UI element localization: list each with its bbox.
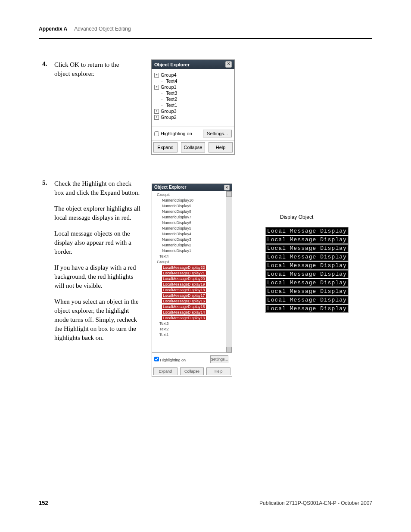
tree-item-text3[interactable]: ··Text3 <box>154 90 232 96</box>
tree-item-highlighted[interactable]: LocalMessageDisplay17 <box>153 293 230 299</box>
object-tree: +Group4 ··Text4 +Group1 ··Text3 ··Text2 … <box>152 69 234 127</box>
local-message-display-cell: Local Message Display <box>265 296 349 304</box>
local-message-display-cell: Local Message Display <box>265 253 349 261</box>
expand-button[interactable]: Expand <box>153 142 177 152</box>
help-button[interactable]: Help <box>209 142 233 152</box>
tree-item-highlighted[interactable]: LocalMessageDisplay16 <box>153 299 230 304</box>
tree-item-group2[interactable]: +Group2 <box>154 115 232 120</box>
local-message-display-cell: Local Message Display <box>265 261 349 270</box>
local-message-display-cell: Local Message Display <box>265 270 349 278</box>
help-button-2[interactable]: Help <box>206 367 230 375</box>
settings-button-2[interactable]: Settings... <box>210 355 228 363</box>
tree-item[interactable]: NumericDisplay10 <box>153 198 230 203</box>
object-tree-expanded: Group4 NumericDisplay10NumericDisplay9Nu… <box>152 191 232 352</box>
local-message-display-cell: Local Message Display <box>265 236 349 244</box>
tree-item[interactable]: NumericDisplay1 <box>153 248 230 254</box>
object-explorer-title: Object Explorer <box>154 62 190 67</box>
collapse-button-2[interactable]: Collapse <box>180 367 204 375</box>
section-title: Advanced Object Editing <box>74 26 131 32</box>
publication: Publication 2711P-QS001A-EN-P - October … <box>259 500 372 506</box>
tree-item-highlighted[interactable]: LocalMessageDisplay14 <box>153 310 230 315</box>
scrollbar[interactable] <box>226 191 232 352</box>
object-explorer-titlebar: Object Explorer ✕ <box>152 60 234 69</box>
page: Appendix A Advanced Object Editing 4. Cl… <box>0 0 411 532</box>
tree-item[interactable]: NumericDisplay3 <box>153 237 230 243</box>
tree-item-text1[interactable]: Text1 <box>153 332 230 338</box>
page-number: 152 <box>39 500 48 506</box>
local-message-display-cell: Local Message Display <box>265 244 349 252</box>
display-object-stack: Local Message DisplayLocal Message Displ… <box>265 227 349 313</box>
settings-button[interactable]: Settings... <box>203 130 232 137</box>
tree-item-highlighted[interactable]: LocalMessageDisplay15 <box>153 304 230 310</box>
step-4-number: 4. <box>42 60 47 68</box>
local-message-display-cell: Local Message Display <box>265 287 349 296</box>
tree-item[interactable]: NumericDisplay5 <box>153 226 230 231</box>
tree-item-text2[interactable]: ··Text2 <box>154 96 232 102</box>
step-5-number: 5. <box>42 179 47 187</box>
close-icon[interactable]: ✕ <box>224 185 230 190</box>
tree-item-text3[interactable]: Text3 <box>153 321 230 327</box>
tree-item-highlighted[interactable]: LocalMessageDisplay20 <box>153 276 230 282</box>
step-4-text: Click OK to return to the object explore… <box>54 60 136 78</box>
object-explorer-expanded: Object Explorer ✕ Group4 NumericDisplay1… <box>152 184 232 377</box>
tree-item[interactable]: NumericDisplay6 <box>153 220 230 226</box>
tree-item-text4[interactable]: Text4 <box>153 254 230 259</box>
highlighting-checkbox-2[interactable]: Highlighting on <box>154 357 186 362</box>
tree-item-text4[interactable]: ··Text4 <box>154 78 232 84</box>
tree-item[interactable]: NumericDisplay2 <box>153 243 230 248</box>
tree-item-group3[interactable]: +Group3 <box>154 109 232 114</box>
collapse-button[interactable]: Collapse <box>181 142 205 152</box>
tree-item[interactable]: NumericDisplay7 <box>153 215 230 220</box>
local-message-display-cell: Local Message Display <box>265 305 349 313</box>
tree-item-highlighted[interactable]: LocalMessageDisplay21 <box>153 271 230 276</box>
tree-item-group1[interactable]: Group1 <box>153 259 230 265</box>
tree-item-group1[interactable]: +Group1 <box>154 84 232 90</box>
close-icon[interactable]: ✕ <box>225 61 232 68</box>
appendix-label: Appendix A <box>39 26 67 32</box>
tree-item-text2[interactable]: Text2 <box>153 327 230 332</box>
tree-item[interactable]: NumericDisplay9 <box>153 203 230 209</box>
tree-item-highlighted[interactable]: LocalMessageDisplay13 <box>153 315 230 321</box>
tree-item-group4[interactable]: Group4 <box>153 192 230 198</box>
header-rule <box>39 38 372 39</box>
object-explorer-panel: Object Explorer ✕ +Group4 ··Text4 +Group… <box>151 59 235 155</box>
tree-item[interactable]: NumericDisplay4 <box>153 231 230 237</box>
local-message-display-cell: Local Message Display <box>265 227 349 235</box>
tree-item[interactable]: NumericDisplay8 <box>153 209 230 215</box>
highlighting-checkbox[interactable]: Highlighting on <box>154 131 192 136</box>
display-object-label: Display Object <box>280 214 313 220</box>
local-message-display-cell: Local Message Display <box>265 279 349 287</box>
object-explorer-titlebar-2: Object Explorer ✕ <box>152 184 232 191</box>
tree-item-group4[interactable]: +Group4 <box>154 72 232 78</box>
expand-button-2[interactable]: Expand <box>153 367 177 375</box>
tree-item-highlighted[interactable]: LocalMessageDisplay19 <box>153 282 230 287</box>
step-5-text: Check the Highlight on check box and cli… <box>54 179 140 349</box>
tree-item-highlighted[interactable]: LocalMessageDisplay18 <box>153 287 230 293</box>
running-header: Appendix A Advanced Object Editing <box>39 26 372 32</box>
tree-item-text1[interactable]: ··Text1 <box>154 103 232 108</box>
tree-item-highlighted[interactable]: LocalMessageDisplay22 <box>153 265 230 271</box>
